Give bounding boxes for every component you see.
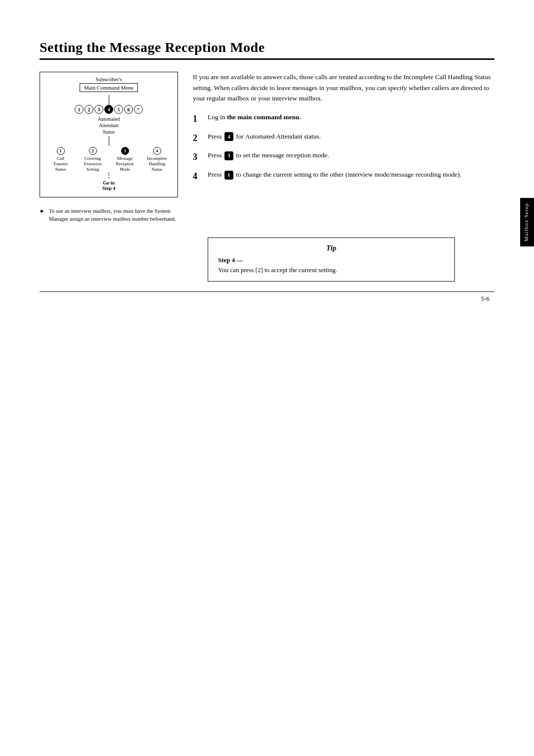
- num-2: 2: [85, 105, 93, 114]
- steps-list: 1 Log in the main command menu. 2 Press …: [193, 112, 494, 184]
- step-1-content: Log in the main command menu.: [208, 112, 494, 123]
- sub-label-4: IncompleteHandlingStatus: [142, 156, 172, 172]
- sub-label-3: MessageReceptionMode: [110, 156, 139, 172]
- kbd-1: 1: [224, 171, 233, 180]
- step-2-num: 2: [193, 131, 203, 145]
- step-4-num: 4: [193, 169, 203, 184]
- num-3: 3: [94, 105, 103, 114]
- vertical-dots: ⋮: [46, 172, 172, 179]
- step-4-content: Press 1 to change the current setting to…: [208, 169, 494, 180]
- bullet-arrow-icon: ►: [40, 207, 45, 223]
- page-number: 5-6: [40, 295, 494, 303]
- sub-item-4: 4 IncompleteHandlingStatus: [142, 147, 172, 172]
- tip-step-label: Step 4 —: [218, 256, 445, 264]
- main-menu-box: Main Command Menu: [80, 83, 138, 92]
- intro-text: If you are not available to answer calls…: [193, 72, 494, 104]
- v-connector-top: [109, 95, 109, 105]
- tip-text: You can press [2] to accept the current …: [218, 266, 445, 274]
- goto-label: Go to Step 4: [46, 180, 172, 191]
- content-area: Subscriber's Main Command Menu 1 2 3 4 5…: [40, 72, 494, 223]
- step-3-content: Press 3 to set the message reception mod…: [208, 150, 494, 161]
- step-1-num: 1: [193, 112, 203, 126]
- page: Setting the Message Reception Mode Subsc…: [0, 0, 534, 756]
- sub-items-row: 1 CallTransferStatus 2 CoveringExtension…: [46, 147, 172, 172]
- menu-numbers-row: 1 2 3 4 5 6 *: [46, 105, 172, 114]
- num-5: 5: [114, 105, 123, 114]
- tip-title: Tip: [218, 244, 445, 252]
- footer-line: [40, 291, 494, 292]
- step-1: 1 Log in the main command menu.: [193, 112, 494, 126]
- step-3-num: 3: [193, 150, 203, 164]
- left-panel: Subscriber's Main Command Menu 1 2 3 4 5…: [40, 72, 178, 223]
- sub-label-1: CallTransferStatus: [46, 156, 75, 172]
- num-4-active: 4: [104, 105, 113, 114]
- step-4: 4 Press 1 to change the current setting …: [193, 169, 494, 184]
- sub-item-3: 3 MessageReceptionMode: [110, 147, 139, 172]
- sub-num-2: 2: [89, 147, 97, 155]
- num-1: 1: [75, 105, 84, 114]
- v-connector-mid: [109, 136, 109, 146]
- kbd-4: 4: [224, 132, 233, 141]
- side-tab: Mailbox Setup: [520, 198, 534, 246]
- num-6: 6: [124, 105, 133, 114]
- aa-label: Automated Attendant Status: [46, 116, 172, 135]
- sub-num-3-active: 3: [121, 147, 129, 155]
- page-title: Setting the Message Reception Mode: [40, 40, 494, 55]
- tip-box: Tip Step 4 — You can press [2] to accept…: [208, 237, 455, 282]
- sub-item-2: 2 CoveringExtensionSetting: [78, 147, 107, 172]
- sub-num-1: 1: [57, 147, 65, 155]
- subscribers-label: Subscriber's: [46, 76, 172, 82]
- title-divider: [40, 58, 494, 60]
- step-1-bold: the main command menu: [227, 113, 300, 121]
- step-2-content: Press 4 for Automated Attendant status.: [208, 131, 494, 142]
- step-3: 3 Press 3 to set the message reception m…: [193, 150, 494, 164]
- step-2: 2 Press 4 for Automated Attendant status…: [193, 131, 494, 145]
- diagram: Subscriber's Main Command Menu 1 2 3 4 5…: [40, 72, 178, 197]
- num-star: *: [134, 105, 143, 114]
- kbd-3: 3: [224, 151, 233, 160]
- note-text: To use an interview mailbox, you must ha…: [49, 207, 178, 223]
- sub-num-4: 4: [153, 147, 161, 155]
- note-bullet: ► To use an interview mailbox, you must …: [40, 207, 178, 223]
- right-panel: If you are not available to answer calls…: [193, 72, 494, 223]
- sub-label-2: CoveringExtensionSetting: [78, 156, 107, 172]
- sub-item-1: 1 CallTransferStatus: [46, 147, 75, 172]
